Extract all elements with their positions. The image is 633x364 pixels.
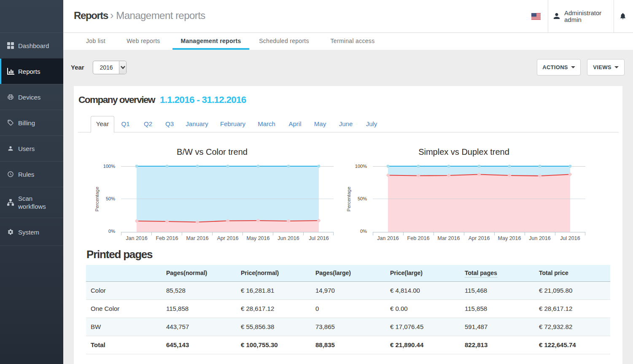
svg-text:50%: 50% [106, 196, 115, 201]
svg-text:Jan 2016: Jan 2016 [126, 235, 147, 241]
svg-text:May 2016: May 2016 [247, 235, 270, 241]
svg-text:Mar 2016: Mar 2016 [438, 235, 460, 241]
svg-text:100%: 100% [355, 164, 367, 169]
svg-text:Apr 2016: Apr 2016 [217, 235, 239, 241]
svg-text:0%: 0% [108, 229, 115, 234]
svg-text:Percentage: Percentage [346, 187, 351, 212]
svg-text:Simplex vs Duplex trend: Simplex vs Duplex trend [418, 147, 509, 156]
svg-text:Jun 2016: Jun 2016 [529, 235, 550, 241]
svg-text:0%: 0% [360, 229, 367, 234]
svg-text:Apr 2016: Apr 2016 [469, 235, 490, 241]
svg-text:Feb 2016: Feb 2016 [156, 235, 178, 241]
svg-text:100%: 100% [103, 164, 115, 169]
svg-text:May 2016: May 2016 [498, 235, 521, 241]
svg-text:Jun 2016: Jun 2016 [277, 235, 299, 241]
svg-text:Percentage: Percentage [94, 187, 100, 212]
svg-text:50%: 50% [358, 196, 367, 201]
svg-text:Jul 2016: Jul 2016 [560, 235, 580, 241]
svg-text:Mar 2016: Mar 2016 [186, 235, 209, 241]
svg-text:Jan 2016: Jan 2016 [377, 235, 399, 241]
svg-text:Feb 2016: Feb 2016 [407, 235, 430, 241]
svg-text:B/W vs Color trend: B/W vs Color trend [177, 147, 248, 156]
svg-text:Jul 2016: Jul 2016 [309, 235, 329, 241]
